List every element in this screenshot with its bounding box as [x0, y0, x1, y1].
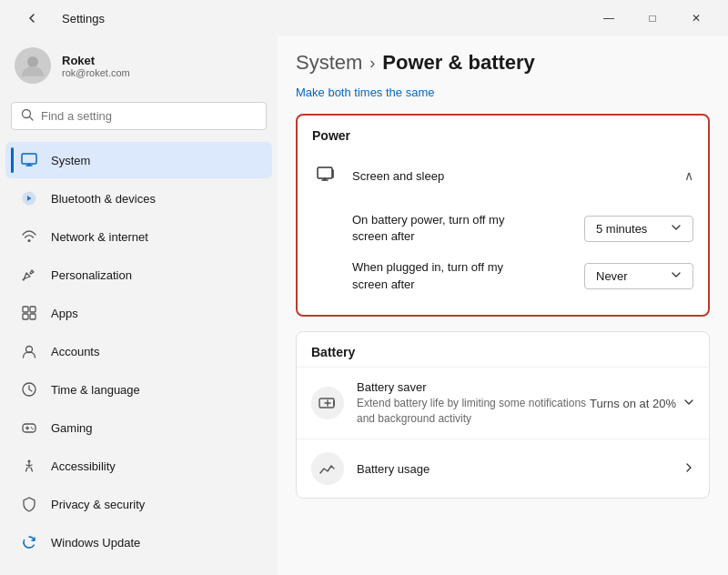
search-input[interactable] [41, 109, 257, 123]
battery-section-title: Battery [297, 332, 709, 367]
apps-icon [20, 304, 38, 322]
close-button[interactable]: ✕ [675, 4, 717, 33]
svg-rect-6 [30, 307, 35, 312]
search-icon [21, 108, 34, 124]
sidebar-item-network[interactable]: Network & internet [5, 218, 272, 255]
svg-point-12 [31, 427, 33, 429]
sidebar-item-system[interactable]: System [5, 142, 272, 178]
back-button[interactable] [11, 4, 53, 33]
battery-saver-desc: Extend battery life by limiting some not… [357, 396, 590, 427]
window-title: Settings [62, 12, 105, 25]
battery-screen-value: 5 minutes [596, 222, 647, 236]
screen-sleep-sub-settings: On battery power, turn off my screen aft… [298, 201, 708, 315]
battery-usage-row[interactable]: Battery usage [297, 439, 709, 498]
sidebar-item-privacy[interactable]: Privacy & security [5, 486, 272, 522]
battery-usage-title: Battery usage [357, 462, 683, 476]
plugged-screen-label: When plugged in, turn off my screen afte… [352, 259, 534, 292]
svg-point-0 [27, 56, 38, 67]
window-controls: — □ ✕ [588, 4, 717, 33]
sidebar-item-privacy-label: Privacy & security [51, 498, 145, 511]
battery-usage-icon-wrap [311, 452, 344, 485]
battery-saver-row[interactable]: Battery saver Extend battery life by lim… [297, 367, 709, 439]
plugged-screen-dropdown[interactable]: Never [584, 263, 693, 289]
sidebar-item-accounts[interactable]: Accounts [5, 333, 272, 369]
battery-screen-dropdown[interactable]: 5 minutes [584, 216, 693, 242]
battery-saver-right: Turns on at 20% [590, 397, 694, 410]
plugged-screen-chevron [671, 269, 682, 283]
accessibility-icon [20, 457, 38, 475]
battery-saver-title: Battery saver [357, 380, 590, 394]
personalization-icon [20, 266, 38, 284]
breadcrumb-current: Power & battery [382, 51, 535, 75]
breadcrumb-separator: › [369, 54, 375, 73]
sidebar-item-accessibility[interactable]: Accessibility [5, 448, 272, 484]
make-same-time-link[interactable]: Make both times the same [296, 86, 710, 99]
privacy-icon [20, 495, 38, 513]
sidebar-item-windows-update-label: Windows Update [51, 536, 140, 550]
network-icon [20, 227, 38, 246]
power-section: Power Screen and sleep ∧ On battery powe… [296, 114, 710, 317]
user-section: Roket rok@roket.com [0, 36, 278, 95]
battery-screen-label: On battery power, turn off my screen aft… [352, 212, 534, 245]
battery-saver-status: Turns on at 20% [590, 397, 676, 410]
battery-saver-info: Battery saver Extend battery life by lim… [357, 380, 590, 427]
battery-usage-right [683, 462, 694, 476]
screen-sleep-chevron: ∧ [684, 168, 693, 183]
battery-screen-row: On battery power, turn off my screen aft… [352, 205, 693, 252]
plugged-screen-value: Never [596, 269, 628, 283]
sidebar-item-accessibility-label: Accessibility [51, 459, 116, 473]
battery-section: Battery Battery saver Extend battery lif… [296, 331, 710, 499]
title-bar-left: Settings [11, 4, 577, 33]
sidebar-item-time[interactable]: Time & language [5, 371, 272, 408]
sidebar-item-time-label: Time & language [51, 383, 140, 397]
screen-sleep-icon [312, 161, 341, 190]
svg-rect-5 [23, 307, 28, 312]
system-icon [20, 151, 38, 169]
svg-point-14 [28, 460, 31, 463]
sidebar-item-personalization[interactable]: Personalization [5, 257, 272, 293]
user-name: Roket [62, 54, 130, 67]
battery-usage-info: Battery usage [357, 462, 683, 476]
minimize-button[interactable]: — [588, 4, 630, 33]
svg-point-4 [28, 239, 31, 242]
screen-sleep-label: Screen and sleep [352, 169, 444, 183]
sidebar-item-system-label: System [51, 154, 90, 167]
main-container: Roket rok@roket.com System [0, 36, 728, 575]
sidebar-item-apps-label: Apps [51, 307, 78, 320]
battery-saver-icon-wrap [311, 387, 344, 419]
screen-sleep-row[interactable]: Screen and sleep ∧ [298, 150, 708, 201]
svg-rect-15 [318, 167, 332, 178]
time-icon [20, 380, 38, 398]
sidebar-item-personalization-label: Personalization [51, 268, 132, 282]
avatar [15, 47, 51, 84]
svg-rect-2 [22, 154, 36, 164]
bluetooth-icon [20, 189, 38, 207]
sidebar-item-gaming-label: Gaming [51, 421, 93, 435]
search-box[interactable] [11, 102, 267, 130]
battery-screen-chevron [671, 222, 682, 236]
battery-usage-chevron [683, 462, 694, 476]
gaming-icon [20, 419, 38, 437]
windows-update-icon [20, 533, 38, 551]
accounts-icon [20, 342, 38, 360]
sidebar-item-apps[interactable]: Apps [5, 295, 272, 331]
user-email: rok@roket.com [62, 67, 130, 78]
power-section-title: Power [298, 116, 708, 150]
svg-point-13 [32, 429, 34, 430]
sidebar-item-bluetooth-label: Bluetooth & devices [51, 192, 156, 206]
content-area: System › Power & battery Make both times… [278, 36, 728, 575]
sidebar-item-gaming[interactable]: Gaming [5, 409, 272, 446]
title-bar: Settings — □ ✕ [0, 0, 728, 36]
breadcrumb-parent: System [296, 51, 362, 75]
plugged-screen-row: When plugged in, turn off my screen afte… [352, 252, 693, 299]
battery-saver-chevron [683, 397, 694, 410]
sidebar-item-network-label: Network & internet [51, 230, 148, 244]
sidebar-item-accounts-label: Accounts [51, 345, 99, 358]
svg-rect-8 [30, 314, 35, 319]
sidebar-item-bluetooth[interactable]: Bluetooth & devices [5, 180, 272, 217]
sidebar-item-windows-update[interactable]: Windows Update [5, 524, 272, 560]
maximize-button[interactable]: □ [632, 4, 673, 33]
breadcrumb: System › Power & battery [296, 36, 710, 86]
sidebar: Roket rok@roket.com System [0, 36, 278, 575]
user-info: Roket rok@roket.com [62, 54, 130, 78]
